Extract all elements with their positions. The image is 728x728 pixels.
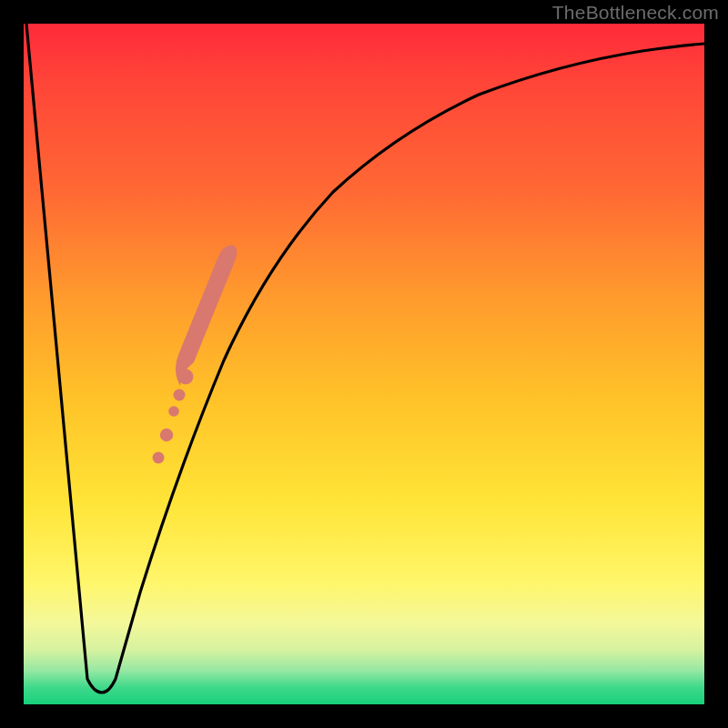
watermark-text: TheBottleneck.com: [552, 2, 719, 24]
marker-dot-3: [168, 406, 179, 417]
marker-dot-1: [153, 452, 165, 464]
bottleneck-curve-path: [26, 24, 704, 693]
curve-layer: [24, 24, 704, 704]
chart-stage: TheBottleneck.com: [0, 0, 728, 728]
marker-blob-cap-lower: [178, 369, 194, 385]
marker-blob-cap-upper: [220, 248, 235, 262]
marker-dot-2: [160, 429, 173, 441]
marker-blob: [176, 245, 237, 386]
marker-dot-4: [174, 389, 186, 401]
